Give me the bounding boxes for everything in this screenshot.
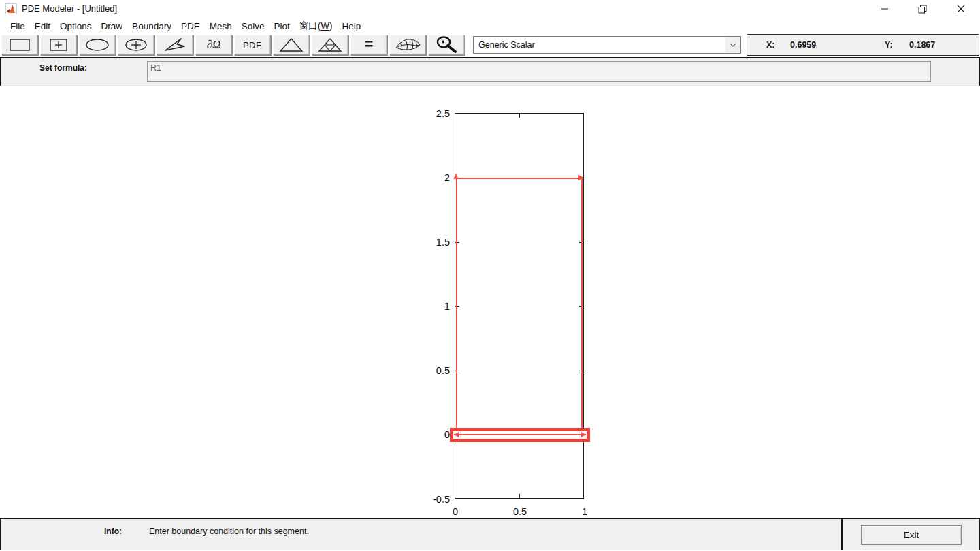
plot-type-select[interactable]: Generic Scalar xyxy=(473,36,741,54)
boundary-mode-button[interactable]: ∂Ω xyxy=(195,35,232,55)
menu-file[interactable]: File xyxy=(5,19,30,33)
x-tick-label: 0.5 xyxy=(506,506,534,517)
zoom-icon xyxy=(434,35,459,54)
set-formula-label: Set formula: xyxy=(39,63,87,73)
restore-button[interactable] xyxy=(907,0,937,18)
pde-text-icon: PDE xyxy=(243,40,262,50)
polygon-icon xyxy=(161,36,189,54)
menu-help[interactable]: Help xyxy=(338,19,366,33)
tick xyxy=(519,494,520,498)
y-tick-label: 0.5 xyxy=(423,365,450,376)
boundary-arrow-up-icon xyxy=(453,173,459,179)
menu-solve[interactable]: Solve xyxy=(237,19,270,33)
solve-button[interactable]: = xyxy=(350,35,387,55)
geometry-rectangle-r1[interactable] xyxy=(456,178,583,435)
close-button[interactable] xyxy=(946,0,976,18)
title-bar: PDE Modeler - [Untitled] xyxy=(0,0,980,18)
toolbar: ∂Ω PDE = Generi xyxy=(0,34,980,57)
x-tick-label: 0 xyxy=(442,506,469,517)
info-label: Info: xyxy=(104,527,122,536)
menu-window[interactable]: 窗口(W) xyxy=(295,18,338,34)
ellipse-icon xyxy=(84,36,111,54)
plot-3d-button[interactable] xyxy=(389,35,426,55)
plot-canvas[interactable]: 2.5 2 1.5 1 0.5 0 -0.5 0 0.5 1 xyxy=(0,86,980,518)
refine-mesh-icon xyxy=(316,36,344,54)
menu-plot[interactable]: Plot xyxy=(270,19,295,33)
plot-type-value: Generic Scalar xyxy=(478,40,535,50)
info-panel: Info: Enter boundary condition for this … xyxy=(0,518,842,550)
y-tick-label: 1 xyxy=(423,301,450,312)
surface-plot-3d-icon xyxy=(393,35,422,54)
menu-options[interactable]: Options xyxy=(55,19,97,33)
pde-mode-button[interactable]: PDE xyxy=(234,35,271,55)
mesh-button[interactable] xyxy=(273,35,310,55)
pde-modeler-window: PDE Modeler - [Untitled] File Edit Optio… xyxy=(0,0,980,551)
y-coord-value: 0.1867 xyxy=(909,40,935,50)
refine-mesh-button[interactable] xyxy=(312,35,348,55)
draw-ellipse-button[interactable] xyxy=(79,35,116,55)
menu-bar: File Edit Options Draw Boundary PDE Mesh… xyxy=(0,18,980,34)
draw-rectangle-center-button[interactable] xyxy=(40,35,77,55)
draw-ellipse-center-button[interactable] xyxy=(118,35,154,55)
matlab-logo-icon xyxy=(5,3,17,14)
plot-axes[interactable]: 2.5 2 1.5 1 0.5 0 -0.5 0 0.5 1 xyxy=(455,113,584,499)
x-coord-value: 0.6959 xyxy=(790,40,816,50)
tick xyxy=(519,114,520,118)
mesh-triangle-icon xyxy=(278,36,305,54)
y-tick-label: -0.5 xyxy=(423,494,450,505)
exit-panel: Exit xyxy=(842,518,980,550)
boundary-omega-icon: ∂Ω xyxy=(207,38,221,52)
boundary-arrow-left-icon xyxy=(454,432,459,437)
x-coord-label: X: xyxy=(766,40,775,50)
x-tick-label: 1 xyxy=(571,506,598,517)
set-formula-input[interactable] xyxy=(147,61,931,82)
menu-draw[interactable]: Draw xyxy=(97,19,128,33)
window-title: PDE Modeler - [Untitled] xyxy=(22,3,117,14)
set-formula-row: Set formula: xyxy=(0,57,980,86)
rectangle-center-icon xyxy=(45,36,72,54)
minimize-button[interactable] xyxy=(870,0,900,18)
ellipse-center-icon xyxy=(122,36,150,54)
menu-pde[interactable]: PDE xyxy=(176,19,205,33)
menu-boundary[interactable]: Boundary xyxy=(127,19,176,33)
y-tick-label: 2 xyxy=(423,172,450,183)
y-tick-label: 0 xyxy=(423,429,450,440)
chevron-down-icon[interactable] xyxy=(725,37,740,52)
menu-mesh[interactable]: Mesh xyxy=(205,19,237,33)
menu-edit[interactable]: Edit xyxy=(30,19,55,33)
rectangle-icon xyxy=(6,36,33,54)
equals-icon: = xyxy=(365,35,374,53)
selected-boundary-segment[interactable] xyxy=(450,428,590,442)
info-message: Enter boundary condition for this segmen… xyxy=(149,527,309,536)
zoom-button[interactable] xyxy=(428,35,465,55)
boundary-arrow-right-icon xyxy=(581,432,586,437)
y-tick-label: 2.5 xyxy=(423,108,450,119)
draw-polygon-button[interactable] xyxy=(157,35,193,55)
coordinate-readout-panel: X: 0.6959 Y: 0.1867 xyxy=(747,34,979,56)
y-coord-label: Y: xyxy=(885,40,893,50)
exit-button[interactable]: Exit xyxy=(861,525,962,545)
y-tick-label: 1.5 xyxy=(423,237,450,248)
boundary-line xyxy=(454,434,586,435)
boundary-arrow-right-icon xyxy=(578,175,584,180)
draw-rectangle-button[interactable] xyxy=(1,35,38,55)
